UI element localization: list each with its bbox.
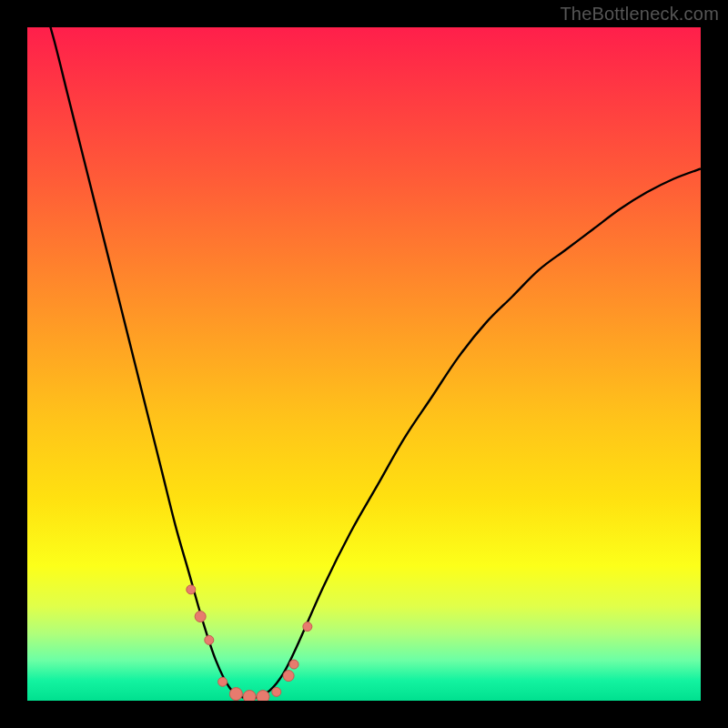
marker-point [283,671,294,682]
plot-area [27,27,701,701]
chart-svg [27,27,701,701]
watermark-text: TheBottleneck.com [560,4,719,25]
marker-point [229,688,242,701]
bottleneck-curve [41,27,701,699]
marker-point [289,660,298,669]
marker-point [272,687,281,696]
marker-point [187,585,196,594]
marker-point [257,691,269,701]
marker-point [243,691,256,701]
marker-point [205,635,214,644]
marker-group [187,585,312,701]
marker-point [195,612,206,622]
marker-point [303,622,312,632]
marker-point [218,677,228,686]
outer-frame: TheBottleneck.com [0,0,728,728]
